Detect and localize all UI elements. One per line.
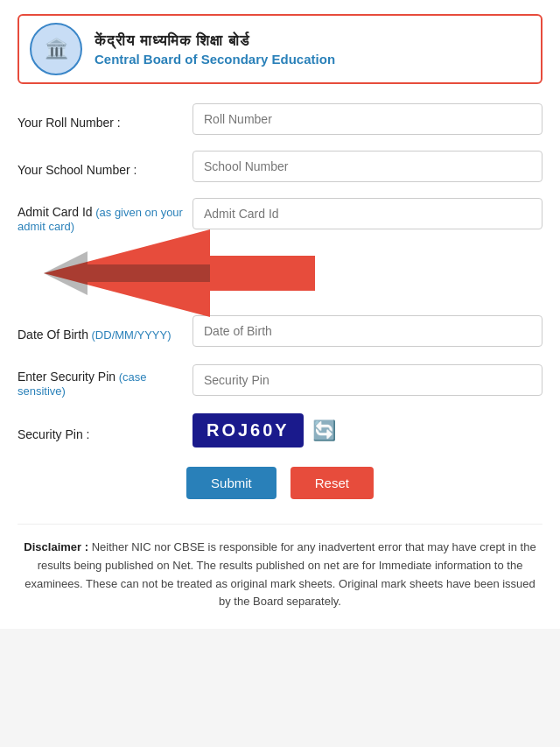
refresh-icon: 🔄 <box>312 419 336 441</box>
security-pin-input[interactable] <box>192 364 542 396</box>
roll-number-label: Your Roll Number : <box>18 109 192 130</box>
roll-number-row: Your Roll Number : <box>18 103 542 135</box>
disclaimer-text: Disclaimer : Neither NIC nor CBSE is res… <box>18 539 542 611</box>
cbse-logo: 🏛️ <box>30 23 82 75</box>
header-box: 🏛️ केंद्रीय माध्यमिक शिक्षा बोर्ड Centra… <box>18 14 542 84</box>
roll-number-input[interactable] <box>192 103 542 135</box>
disclaimer-section: Disclaimer : Neither NIC nor CBSE is res… <box>18 524 542 611</box>
dob-label-note: (DD/MM/YYYY) <box>88 328 172 342</box>
roll-number-input-col <box>192 103 542 135</box>
captcha-value: ROJ60Y <box>192 413 304 447</box>
header-hindi-title: केंद्रीय माध्यमिक शिक्षा बोर्ड <box>94 32 335 50</box>
reset-button[interactable]: Reset <box>290 467 374 499</box>
logo-icon: 🏛️ <box>45 38 68 60</box>
disclaimer-body: Neither NIC nor CBSE is responsible for … <box>24 540 536 608</box>
submit-button[interactable]: Submit <box>186 467 276 499</box>
captcha-area: ROJ60Y 🔄 <box>192 413 336 447</box>
refresh-captcha-button[interactable]: 🔄 <box>312 419 336 442</box>
admit-card-input-col <box>192 198 542 308</box>
header-text: केंद्रीय माध्यमिक शिक्षा बोर्ड Central B… <box>94 32 335 67</box>
security-pin-input-row: Enter Security Pin (case sensitive) <box>18 363 542 398</box>
admit-card-label: Admit Card Id <box>18 205 93 219</box>
school-number-row: Your School Number : <box>18 151 542 182</box>
security-pin-input-label: Enter Security Pin <box>18 370 116 384</box>
security-pin-display-row: Security Pin : ROJ60Y 🔄 <box>18 413 542 447</box>
header-english-title: Central Board of Secondary Education <box>94 52 335 67</box>
disclaimer-title: Disclaimer : <box>24 540 88 553</box>
school-number-input-col <box>192 151 542 182</box>
buttons-row: Submit Reset <box>18 467 542 499</box>
security-pin-input-label-col: Enter Security Pin (case sensitive) <box>18 363 192 398</box>
school-number-input[interactable] <box>192 151 542 182</box>
arrow-annotation <box>192 229 542 308</box>
school-number-label: Your School Number : <box>18 156 192 177</box>
page-container: 🏛️ केंद्रीय माध्यमिक शिक्षा बोर्ड Centra… <box>0 0 560 629</box>
security-pin-display-label: Security Pin : <box>18 420 192 441</box>
dob-label: Date Of Birth <box>18 328 88 342</box>
arrow-svg <box>35 225 315 321</box>
security-pin-input-col <box>192 364 542 396</box>
dob-label-col: Date Of Birth (DD/MM/YYYY) <box>18 321 192 342</box>
